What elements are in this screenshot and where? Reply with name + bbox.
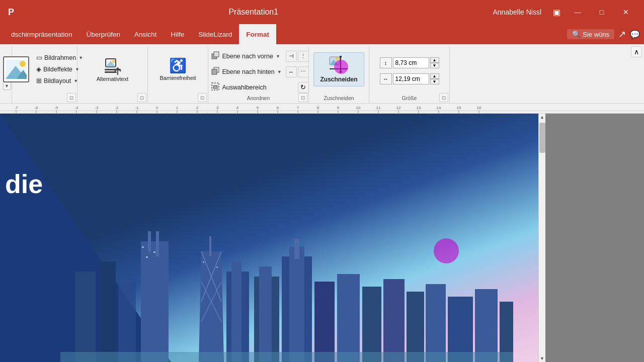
svg-text:5: 5 <box>257 106 259 111</box>
svg-text:-2: -2 <box>115 106 118 111</box>
ebene-hinten-label: Ebene nach hinten <box>222 68 274 75</box>
alternativtext-label: Alternativtext <box>97 76 129 82</box>
ebene-hinten-dropdown: ▼ <box>277 69 282 74</box>
svg-text:0: 0 <box>156 106 158 111</box>
title-bar-left: P <box>8 7 14 18</box>
svg-rect-113 <box>142 246 144 248</box>
bildlayout-icon: ⊞ <box>36 77 42 84</box>
alternativtext-collapse-btn[interactable]: ⊡ <box>137 93 146 102</box>
barrierefreiheit-inner: ♿ Barrierefreiheit <box>155 48 200 103</box>
scroll-up-button[interactable]: ▲ <box>539 114 546 121</box>
search-button[interactable]: 🔍 Sie wüns <box>567 29 614 39</box>
ribbon-collapse-right-btn[interactable]: ∧ <box>631 46 642 57</box>
menu-item-slidelizard[interactable]: SlideLizard <box>191 24 239 44</box>
barrierefreiheit-button[interactable]: ♿ Barrierefreiheit <box>155 55 200 83</box>
alternativtext-button[interactable]: Alternativtext <box>93 55 133 84</box>
svg-text:-3: -3 <box>95 106 98 111</box>
city-skyline-svg <box>60 231 513 362</box>
svg-rect-115 <box>153 251 155 253</box>
minimize-button[interactable]: — <box>568 4 588 20</box>
barrierefreiheit-icon: ♿ <box>169 57 187 74</box>
svg-rect-118 <box>60 352 513 362</box>
title-bar-right: Annabelle Nissl ▣ — □ ✕ <box>493 4 636 20</box>
height-up-arrow[interactable]: ▲ <box>430 57 439 63</box>
svg-rect-117 <box>216 266 218 268</box>
rotate-icon[interactable]: ↻ <box>298 82 309 93</box>
image-icon-svg <box>6 60 27 79</box>
svg-text:4: 4 <box>236 106 239 111</box>
zuschneiden-button[interactable]: Zuschneiden <box>313 52 364 86</box>
svg-rect-111 <box>475 289 498 362</box>
ebene-vorne-icon <box>211 51 220 61</box>
svg-text:1: 1 <box>176 106 178 111</box>
slide-canvas: die <box>0 114 538 362</box>
height-input[interactable] <box>393 57 429 68</box>
svg-rect-11 <box>214 52 219 57</box>
height-down-arrow[interactable]: ▼ <box>430 63 439 68</box>
share-icon[interactable]: ↗ <box>618 29 626 40</box>
scroll-thumb[interactable] <box>539 123 545 153</box>
svg-rect-104 <box>314 282 335 362</box>
width-down-arrow[interactable]: ▼ <box>430 79 439 84</box>
menu-item-bildschirm[interactable]: dschirmpräsentation <box>4 24 79 44</box>
width-spinners: ▲ ▼ <box>430 73 439 84</box>
svg-text:3: 3 <box>216 106 218 111</box>
align-icon2[interactable]: ⋮ <box>298 51 309 62</box>
image-placeholder-icon <box>3 56 29 82</box>
svg-rect-109 <box>426 284 446 362</box>
user-name: Annabelle Nissl <box>493 8 542 16</box>
ribbon-group-groesse: ↕ ▲ ▼ ↔ ▲ ▼ Größe ⊡ <box>369 46 450 103</box>
anordnen-group-label: Anordnen <box>208 95 308 101</box>
svg-rect-106 <box>362 287 381 362</box>
menu-item-hilfe[interactable]: Hilfe <box>164 24 191 44</box>
align-center-icon[interactable]: ↔ <box>286 66 297 77</box>
svg-rect-21 <box>340 56 342 58</box>
bildeffekte-icon: ◈ <box>36 65 41 73</box>
svg-rect-107 <box>383 279 405 362</box>
svg-text:12: 12 <box>396 106 401 111</box>
anordnen-collapse-btn[interactable]: ⊡ <box>298 93 307 102</box>
align-icon4[interactable]: ⋯ <box>298 66 309 77</box>
bild-collapse-btn[interactable]: ⊡ <box>67 93 76 102</box>
groesse-collapse-btn[interactable]: ⊡ <box>439 93 448 102</box>
svg-point-7 <box>112 60 115 63</box>
width-up-arrow[interactable]: ▲ <box>430 73 439 79</box>
alternativtext-inner: Alternativtext <box>93 48 133 103</box>
close-button[interactable]: ✕ <box>616 4 636 20</box>
svg-rect-15 <box>213 85 217 88</box>
align-left-icon[interactable]: ⊣ <box>286 51 297 62</box>
svg-text:-4: -4 <box>74 106 78 111</box>
scroll-down-button[interactable]: ▼ <box>539 355 546 362</box>
width-field: ↔ ▲ ▼ <box>380 73 439 84</box>
svg-text:8: 8 <box>317 106 319 111</box>
menu-item-format[interactable]: Format <box>239 24 276 44</box>
barrierefreiheit-label: Barrierefreiheit <box>159 75 196 81</box>
comment-icon[interactable]: 💬 <box>630 30 640 39</box>
svg-rect-90 <box>156 231 159 256</box>
app-logo: P <box>8 7 14 18</box>
svg-text:7: 7 <box>297 106 299 111</box>
auswahlbereich-button[interactable]: Auswahlbereich <box>208 80 269 94</box>
menu-item-ansicht[interactable]: Ansicht <box>127 24 164 44</box>
ribbon-group-zuschneiden: Zuschneiden Zuschneiden <box>309 46 369 103</box>
barrierefreiheit-collapse-btn[interactable]: ⊡ <box>198 93 207 102</box>
ribbon-group-barrierefreiheit: ♿ Barrierefreiheit ⊡ <box>148 46 208 103</box>
svg-text:9: 9 <box>337 106 339 111</box>
align-right-icons: ⊣ ⋮ <box>286 51 309 62</box>
svg-text:10: 10 <box>356 106 361 111</box>
cursor-dot <box>334 60 348 74</box>
image-frame-icon-container <box>3 49 29 89</box>
width-input[interactable] <box>393 73 429 84</box>
ebene-vorne-button[interactable]: Ebene nach vorne ▼ <box>208 49 283 63</box>
svg-rect-85 <box>118 282 136 362</box>
menu-item-ueberpruefen[interactable]: Überprüfen <box>79 24 128 44</box>
svg-text:-1: -1 <box>135 106 138 111</box>
ebene-hinten-button[interactable]: Ebene nach hinten ▼ <box>208 65 284 78</box>
slide-area: die ▲ ▼ <box>0 114 644 362</box>
maximize-button[interactable]: □ <box>592 4 612 20</box>
screen-mode-icon[interactable]: ▣ <box>549 5 564 19</box>
ribbon-group-bild: ▭ Bildrahmen ▼ ◈ Bildeffekte ▼ ⊞ Bildlay… <box>12 46 77 103</box>
svg-rect-98 <box>231 261 242 362</box>
ebene-vorne-label: Ebene nach vorne <box>222 53 273 60</box>
auswahlbereich-label: Auswahlbereich <box>222 84 266 91</box>
